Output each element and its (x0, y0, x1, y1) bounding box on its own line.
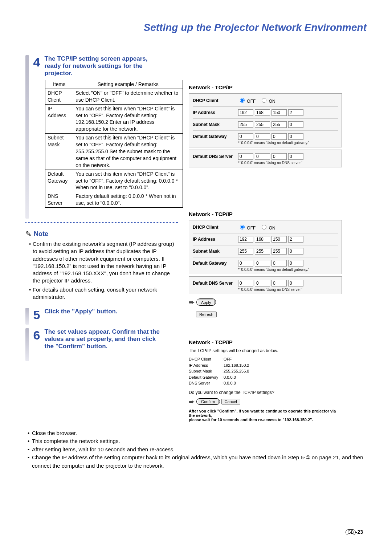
dhcp-off-radio[interactable]: OFF (238, 224, 256, 231)
ip-octet[interactable] (255, 236, 270, 243)
arrow-icon: ➨ (189, 298, 195, 306)
panel-1-title: Network - TCP/IP (189, 84, 367, 90)
note-list: Confirm the existing network's segment (… (25, 240, 178, 301)
dns-octet-2[interactable] (255, 153, 270, 160)
dns-octet-1[interactable] (238, 153, 253, 160)
dns-octet-3[interactable] (271, 153, 287, 160)
step-6-heading: The set values appear. Confirm that the … (44, 328, 160, 350)
step-4-heading: The TCP/IP setting screen appears, ready… (44, 55, 160, 77)
arrow-icon: ➨ (189, 397, 195, 406)
dns-octet[interactable] (288, 280, 303, 286)
closing-bullets: Close the browser. This completes the ne… (25, 429, 367, 470)
sm-octet[interactable] (288, 248, 303, 255)
decor-bar (25, 308, 29, 325)
sm-octet-4[interactable] (288, 121, 303, 128)
table-row: DNS ServerFactory default setting: 0.0.0… (45, 192, 183, 208)
dhcp-on-radio[interactable]: ON (260, 224, 275, 231)
confirm-intro: The TCP/IP settings will be changed as b… (189, 348, 341, 353)
gw-octet[interactable] (255, 260, 270, 267)
sm-octet-1[interactable] (238, 121, 253, 128)
dhcp-off-radio[interactable]: OFF (238, 97, 256, 104)
dns-octet-4[interactable] (288, 153, 303, 160)
table-head-remarks: Setting example / Remarks (73, 80, 183, 89)
tcpip-panel-2: DHCP Client OFF ON IP Address (189, 220, 342, 274)
gw-octet-1[interactable] (238, 133, 253, 140)
refresh-button[interactable]: Refresh (196, 312, 217, 317)
step-5-number: 5 (30, 308, 43, 322)
separator-dots (25, 222, 178, 223)
ip-octet[interactable] (288, 236, 303, 243)
gw-octet-4[interactable] (288, 133, 303, 140)
dns-note: * '0.0.0.0' means 'Using no DNS server.' (238, 161, 338, 165)
bullet-item: Close the browser. (28, 429, 367, 438)
subnet-label: Subnet Mask (193, 122, 238, 127)
gw-octet-3[interactable] (271, 133, 287, 140)
table-row: Default GatewayYou can set this item whe… (45, 170, 183, 192)
decor-bar (25, 328, 29, 361)
note-item: For details about each setting, consult … (29, 286, 178, 301)
gw-octet[interactable] (238, 260, 253, 267)
step-4-number: 4 (30, 55, 43, 69)
confirm-button[interactable]: Confirm (198, 399, 219, 404)
bullet-item: After setting items, wait for 10 seconds… (28, 446, 367, 454)
table-row: IP AddressYou can set this item when "DH… (45, 104, 183, 134)
note-item: Confirm the existing network's segment (… (29, 240, 178, 285)
dhcp-on-radio[interactable]: ON (260, 97, 275, 104)
tcpip-panel-2-dns: Default DNS Server * '0.0.0.0' means 'Us… (189, 276, 342, 294)
gw-octet-2[interactable] (255, 133, 270, 140)
dhcp-label: DHCP Client (193, 98, 238, 103)
page-number: GB-23 (346, 529, 363, 535)
table-row: Subnet MaskYou can set this item when "D… (45, 134, 183, 170)
confirm-warning-2: please wait for 10 seconds and then re-a… (189, 418, 341, 422)
decor-bar (25, 55, 29, 219)
dns-octet[interactable] (238, 280, 253, 286)
sm-octet[interactable] (238, 248, 253, 255)
gateway-label: Default Gateway (193, 134, 238, 139)
confirm-values: DHCP Client: OFF IP Address: 192.168.150… (189, 356, 341, 386)
sm-octet[interactable] (271, 248, 287, 255)
ip-octet[interactable] (238, 236, 253, 243)
sm-octet[interactable] (255, 248, 270, 255)
step-6-number: 6 (30, 328, 43, 342)
page-title: Setting up the Projector Network Environ… (25, 22, 367, 33)
bullet-item: Change the IP address of the setting com… (28, 454, 367, 470)
confirm-title: Network - TCP/IP (189, 339, 341, 345)
tcpip-panel-1: DHCP Client OFF ON IP Address (189, 93, 342, 147)
sm-octet-2[interactable] (255, 121, 270, 128)
table-row: DHCP ClientSelect "ON" or "OFF" to deter… (45, 89, 183, 104)
ip-octet-1[interactable] (238, 109, 253, 116)
sm-octet-3[interactable] (271, 121, 287, 128)
apply-button[interactable]: Apply (198, 300, 215, 305)
panel-2-title: Network - TCP/IP (189, 211, 367, 217)
gw-octet[interactable] (288, 260, 303, 267)
ip-octet[interactable] (271, 236, 287, 243)
dns-label: Default DNS Server (193, 154, 238, 159)
gw-octet[interactable] (271, 260, 287, 267)
step-5-heading: Click the "Apply" button. (44, 308, 160, 315)
settings-table: Items Setting example / Remarks DHCP Cli… (45, 80, 183, 208)
table-head-items: Items (45, 80, 73, 89)
tcpip-panel-1-dns: Default DNS Server * '0.0.0.0' means 'Us… (189, 150, 342, 167)
ip-octet-3[interactable] (271, 109, 287, 116)
gateway-note: * '0.0.0.0' means 'Using no default gate… (238, 141, 338, 145)
ip-label: IP Address (193, 110, 238, 115)
confirm-warning-1: After you click "Confirm", if you want t… (189, 409, 341, 418)
bullet-item: This completes the network settings. (28, 437, 367, 446)
note-label: Note (34, 230, 48, 238)
dns-octet[interactable] (255, 280, 270, 286)
cancel-button[interactable]: Cancel (221, 399, 240, 404)
dns-octet[interactable] (271, 280, 287, 286)
confirm-question: Do you want to change the TCP/IP setting… (189, 390, 341, 395)
ip-octet-4[interactable] (288, 109, 303, 116)
ip-octet-2[interactable] (255, 109, 270, 116)
note-icon: ✎ (25, 229, 32, 238)
